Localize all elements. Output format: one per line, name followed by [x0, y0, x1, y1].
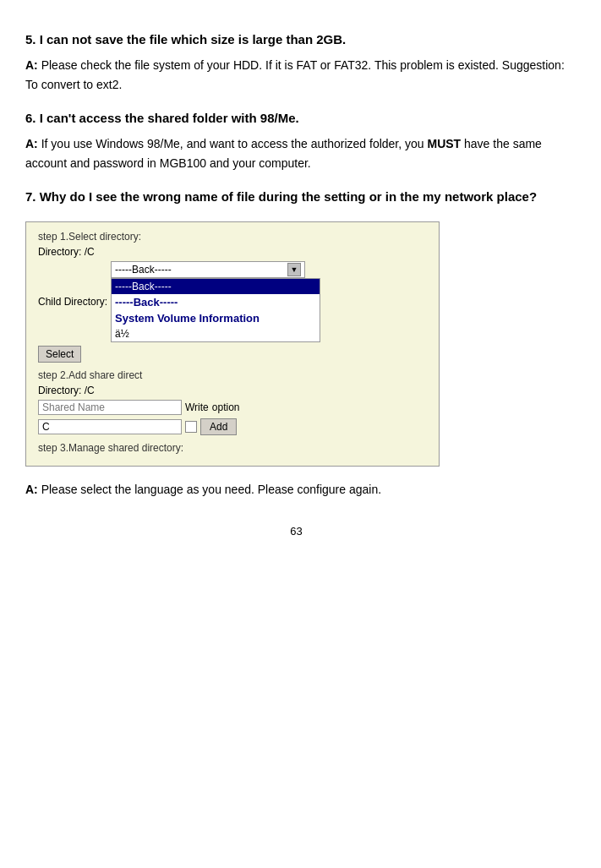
- step1-directory-row: Directory: /C: [38, 246, 427, 258]
- shared-name-input[interactable]: [38, 400, 182, 415]
- section-6-answer-text: If you use Windows 98/Me, and want to ac…: [38, 137, 428, 150]
- step2-directory-label: Directory: /C: [38, 385, 95, 396]
- step1-label: step 1.Select directory:: [38, 231, 427, 243]
- step1-child-dir-row: Child Directory: -----Back----- ▼ -----B…: [38, 261, 427, 342]
- section-5-answer-text: Please check the file system of your HDD…: [25, 58, 565, 92]
- select-button[interactable]: Select: [38, 346, 81, 363]
- write-label: Write: [185, 401, 209, 413]
- step2-shared-name-row: Write option: [38, 400, 427, 415]
- section-7-answer-label: A:: [25, 483, 38, 496]
- section-5: 5. I can not save the file which size is…: [25, 29, 567, 96]
- section-7-heading: 7. Why do I see the wrong name of file d…: [25, 186, 567, 208]
- section-7: 7. Why do I see the wrong name of file d…: [25, 186, 567, 500]
- dropdown-list: -----Back----- -----Back----- System Vol…: [111, 278, 320, 342]
- step1-select-row: Select: [38, 346, 427, 363]
- dropdown-item-2[interactable]: System Volume Information: [112, 310, 320, 326]
- section-5-answer: A: Please check the file system of your …: [25, 56, 567, 96]
- section-6: 6. I can't access the shared folder with…: [25, 107, 567, 174]
- section-6-heading: 6. I can't access the shared folder with…: [25, 107, 567, 129]
- section-6-must: MUST: [427, 137, 461, 150]
- section-6-answer-label: A:: [25, 137, 38, 150]
- dropdown-item-1[interactable]: -----Back-----: [112, 294, 320, 310]
- step2-directory-row: Directory: /C: [38, 385, 427, 396]
- section-6-answer: A: If you use Windows 98/Me, and want to…: [25, 134, 567, 175]
- dropdown-item-0[interactable]: -----Back-----: [112, 279, 320, 294]
- section-5-answer-label: A:: [25, 58, 38, 72]
- option-label: option: [212, 401, 240, 413]
- dropdown-arrow-icon[interactable]: ▼: [287, 263, 301, 276]
- section-7-answer: A: Please select the language as you nee…: [25, 480, 567, 500]
- step3-label: step 3.Manage shared directory:: [38, 442, 427, 454]
- dropdown-value: -----Back-----: [115, 264, 172, 276]
- dropdown-container[interactable]: -----Back----- ▼ -----Back----- -----Bac…: [111, 261, 320, 342]
- c-input[interactable]: [38, 419, 182, 434]
- screenshot-box: step 1.Select directory: Directory: /C C…: [25, 221, 440, 467]
- step2-bottom-row: Add: [38, 418, 427, 435]
- dropdown-box[interactable]: -----Back----- ▼: [111, 261, 305, 278]
- section-7-answer-text: Please select the language as you need. …: [38, 483, 381, 496]
- dropdown-item-3[interactable]: ä½: [112, 326, 320, 341]
- page-number: 63: [25, 525, 567, 538]
- step1-directory-label: Directory: /C: [38, 246, 95, 258]
- step2-label: step 2.Add share direct: [38, 369, 427, 381]
- section-5-heading: 5. I can not save the file which size is…: [25, 29, 567, 51]
- write-checkbox[interactable]: [185, 421, 197, 433]
- add-button[interactable]: Add: [200, 418, 237, 435]
- step1-child-dir-label: Child Directory:: [38, 296, 107, 308]
